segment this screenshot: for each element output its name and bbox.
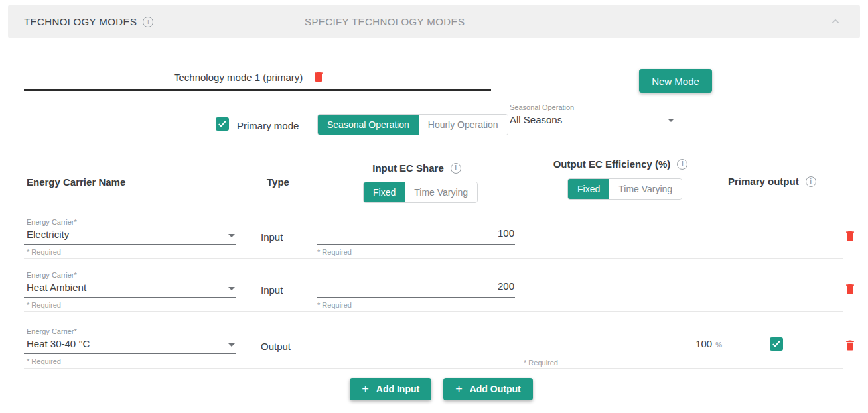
technology-modes-panel: TECHNOLOGY MODES i SPECIFY TECHNOLOGY MO… [0,0,868,413]
delete-row-trash-icon[interactable] [843,282,857,296]
operation-mode-toggle: Seasonal Operation Hourly Operation [317,114,508,135]
chevron-up-icon[interactable] [828,14,843,31]
efficiency-fixed-option[interactable]: Fixed [568,179,609,199]
share-fixed-option[interactable]: Fixed [364,182,405,202]
column-header-energy-carrier-name: Energy Carrier Name [27,176,125,188]
required-hint: * Required [524,359,558,367]
plus-icon: + [455,383,463,395]
seasonal-operation-select[interactable]: Seasonal Operation All Seasons [510,103,677,131]
select-label: Seasonal Operation [510,103,677,112]
select-value: All Seasons [510,114,562,125]
info-icon[interactable]: i [677,159,687,170]
type-cell: Input [261,284,283,296]
tab-label: Technology mode 1 (primary) [174,72,303,83]
table-row: Energy Carrier* Heat 30-40 °C * Required… [0,325,868,369]
active-tab-indicator [24,89,491,91]
chevron-down-icon[interactable] [228,234,235,237]
tab-technology-mode-1[interactable]: Technology mode 1 (primary) [174,70,325,84]
input-ec-share-label: Input EC Share [372,162,444,174]
required-hint: * Required [27,301,61,309]
field-underline [317,244,515,245]
delete-row-trash-icon[interactable] [843,229,857,243]
required-hint: * Required [27,357,61,365]
chevron-down-icon [668,119,674,122]
row-divider [24,258,843,259]
field-underline [524,355,722,355]
table-row: Energy Carrier* Electricity * Required I… [0,215,868,259]
row-divider [24,368,843,369]
output-ec-efficiency-label: Output EC Efficiency (%) [553,158,671,170]
column-header-type: Type [267,176,289,188]
primary-mode-label: Primary mode [237,120,299,131]
energy-carrier-select[interactable]: Electricity [27,229,69,240]
add-output-button[interactable]: + Add Output [443,378,533,400]
add-input-button[interactable]: + Add Input [350,378,431,400]
column-header-primary-output: Primary output i [728,176,816,187]
energy-carrier-select[interactable]: Heat 30-40 °C [27,338,90,349]
efficiency-value: 100 [695,338,712,349]
efficiency-unit: % [715,341,722,349]
delete-mode-trash-icon[interactable] [312,70,325,84]
output-efficiency-field[interactable]: 100 % [524,338,722,349]
required-hint: * Required [317,248,352,256]
info-icon[interactable]: i [451,163,461,174]
panel-subtitle: SPECIFY TECHNOLOGY MODES [305,5,465,38]
hourly-operation-option[interactable]: Hourly Operation [419,115,508,135]
chevron-down-icon[interactable] [228,343,235,347]
required-hint: * Required [317,301,352,309]
primary-output-label: Primary output [728,176,799,187]
type-cell: Output [261,341,291,352]
plus-icon: + [362,383,369,395]
column-header-output-ec-efficiency: Output EC Efficiency (%) i [514,158,727,170]
energy-carrier-field-label: Energy Carrier* [27,327,77,335]
energy-carrier-field-label: Energy Carrier* [27,271,77,279]
new-mode-button[interactable]: New Mode [639,69,712,93]
field-underline [317,297,515,298]
panel-title: TECHNOLOGY MODES [24,16,137,27]
delete-row-trash-icon[interactable] [843,339,857,352]
row-divider [24,311,843,312]
seasonal-operation-option[interactable]: Seasonal Operation [318,115,419,135]
field-underline [24,297,236,298]
input-share-mode-toggle: Fixed Time Varying [363,182,478,203]
panel-header: TECHNOLOGY MODES i SPECIFY TECHNOLOGY MO… [8,5,860,38]
info-icon[interactable]: i [806,176,816,187]
footer-actions: + Add Input + Add Output [0,378,868,400]
add-input-label: Add Input [376,384,419,394]
chevron-down-icon[interactable] [228,287,235,290]
energy-carrier-field-label: Energy Carrier* [27,218,77,226]
energy-carrier-select[interactable]: Heat Ambient [27,282,86,293]
primary-mode-checkbox[interactable] [216,117,229,131]
column-header-input-ec-share: Input EC Share i [317,162,516,174]
primary-output-checkbox[interactable] [770,337,783,351]
input-share-field[interactable]: 100 [317,227,514,239]
share-time-varying-option[interactable]: Time Varying [405,182,477,202]
efficiency-time-varying-option[interactable]: Time Varying [609,179,682,199]
input-share-field[interactable]: 200 [317,280,514,292]
info-icon[interactable]: i [143,17,153,27]
field-underline [24,244,236,245]
required-hint: * Required [27,248,61,256]
field-underline [24,353,236,354]
type-cell: Input [261,231,283,243]
efficiency-mode-toggle: Fixed Time Varying [567,178,682,200]
add-output-label: Add Output [470,384,521,394]
table-row: Energy Carrier* Heat Ambient * Required … [0,268,868,312]
